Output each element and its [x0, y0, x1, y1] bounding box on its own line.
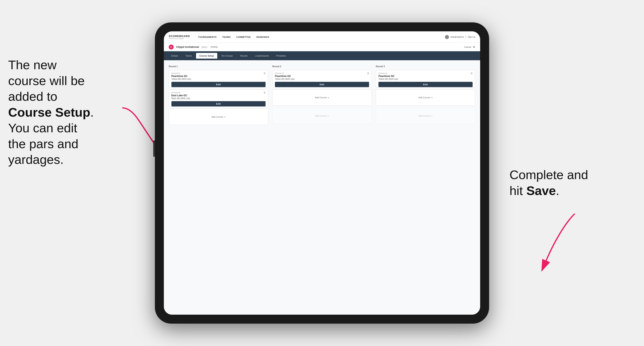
nav-tournaments[interactable]: TOURNAMENTS [198, 36, 217, 38]
round-2-add-course-label: Add Course [315, 96, 327, 99]
round-2-add-course-disabled: Add Course + [272, 108, 372, 124]
tournament-gender-tag: (Men) [202, 46, 208, 48]
round-1-course-b-edit-button[interactable]: Edit [172, 101, 266, 106]
round-1-course-a-delete-icon[interactable]: 🗑 [264, 72, 266, 75]
round-2-course-a-tag: (Course A) [275, 72, 369, 74]
tab-details[interactable]: Details [168, 53, 182, 59]
round-1-course-a-name: Peachtree GC [172, 75, 266, 78]
round-3-course-a-tee: Yellow (M) (6629 yds) [378, 78, 472, 80]
round-1-course-a-tee: Yellow (M) (6629 yds) [172, 78, 266, 80]
tab-course-setup[interactable]: Course Setup [196, 53, 217, 59]
round-3-course-a-delete-icon[interactable]: 🗑 [470, 72, 473, 75]
tab-teams[interactable]: Teams [182, 53, 195, 59]
round-3-add-course-button[interactable]: Add Course + [376, 89, 475, 106]
round-1-label: Round 1 [169, 65, 268, 68]
round-2-course-a-tee: Yellow (M) (6629 yds) [275, 78, 369, 80]
round-3-add-course-disabled: Add Course + [376, 108, 475, 124]
main-content: Round 1 🗑 (Course A) Peachtree GC Yellow… [164, 60, 480, 315]
round-2-label: Round 2 [272, 65, 372, 68]
round-1-course-b-tag: (Course B) [172, 92, 266, 94]
round-3-course-a-tag: (Course A) [378, 72, 472, 74]
round-3-column: Round 3 🗑 (Course A) Peachtree GC Yellow… [376, 65, 475, 127]
round-2-course-a-delete-icon[interactable]: 🗑 [367, 72, 370, 75]
tablet-device: SCOREBOARD Powered by clippd TOURNAMENTS… [155, 22, 489, 324]
round-1-course-b-card: 🗑 (Course B) East Lake GC Black (M) (689… [169, 89, 268, 107]
sub-header-right: Cancel ✕ [464, 45, 475, 49]
hosting-badge: Hosting [210, 46, 218, 48]
tournament-name: Clippd Invitational [176, 45, 199, 48]
sign-out-link[interactable]: Sign out [468, 36, 475, 38]
round-2-add-course-disabled-plus-icon: + [328, 114, 329, 117]
tab-leaderboards[interactable]: Leaderboards [252, 53, 272, 59]
scoreboard-logo: SCOREBOARD Powered by clippd [169, 35, 190, 39]
rounds-grid: Round 1 🗑 (Course A) Peachtree GC Yellow… [169, 65, 475, 127]
round-3-course-a-card: 🗑 (Course A) Peachtree GC Yellow (M) (66… [376, 70, 475, 87]
round-1-course-a-edit-button[interactable]: Edit [172, 82, 266, 87]
round-1-add-course-label: Add Course [211, 116, 223, 118]
top-navigation: SCOREBOARD Powered by clippd TOURNAMENTS… [164, 31, 480, 43]
user-email: blair@clippd.io [450, 36, 464, 38]
cancel-label[interactable]: Cancel [464, 46, 471, 48]
round-2-course-a-card: 🗑 (Course A) Peachtree GC Yellow (M) (66… [272, 70, 372, 87]
round-1-add-course-button[interactable]: Add Course + [169, 109, 268, 125]
top-nav-right: blair@clippd.io | Sign out [445, 35, 475, 39]
tab-printables[interactable]: Printables [273, 53, 290, 59]
round-1-course-b-delete-icon[interactable]: 🗑 [264, 91, 266, 94]
round-2-add-course-button[interactable]: Add Course + [272, 89, 372, 106]
round-2-column: Round 2 🗑 (Course A) Peachtree GC Yellow… [272, 65, 372, 127]
round-2-add-course-disabled-label: Add Course [315, 115, 327, 117]
tablet-screen: SCOREBOARD Powered by clippd TOURNAMENTS… [164, 31, 480, 315]
round-1-course-a-tag: (Course A) [172, 72, 266, 74]
nav-committee[interactable]: COMMITTEE [236, 36, 251, 38]
cancel-x-button[interactable]: ✕ [473, 45, 475, 49]
round-1-column: Round 1 🗑 (Course A) Peachtree GC Yellow… [169, 65, 268, 127]
nav-rankings[interactable]: RANKINGS [256, 36, 269, 38]
round-1-course-b-tee: Black (M) (6891 yds) [172, 97, 266, 100]
round-2-add-course-plus-icon: + [328, 96, 329, 99]
sub-header: C Clippd Invitational (Men) Hosting Canc… [164, 43, 480, 51]
tab-tee-groups[interactable]: Tee Groups [218, 53, 236, 59]
tab-results[interactable]: Results [237, 53, 251, 59]
round-3-add-course-plus-icon: + [431, 96, 433, 99]
round-1-course-a-card: 🗑 (Course A) Peachtree GC Yellow (M) (66… [169, 70, 268, 87]
logo-title: SCOREBOARD [169, 35, 190, 38]
nav-links: TOURNAMENTS TEAMS COMMITTEE RANKINGS [198, 36, 438, 38]
user-avatar [445, 35, 449, 39]
logo-subtitle: Powered by clippd [169, 38, 190, 39]
round-2-course-a-name: Peachtree GC [275, 75, 369, 78]
round-3-course-a-edit-button[interactable]: Edit [378, 82, 472, 87]
round-1-course-b-name: East Lake GC [172, 94, 266, 97]
round-3-course-a-name: Peachtree GC [378, 75, 472, 78]
round-3-add-course-label: Add Course [418, 96, 430, 99]
round-1-add-course-plus-icon: + [224, 115, 226, 119]
tablet-side-button [153, 141, 155, 157]
round-3-add-course-disabled-plus-icon: + [431, 114, 433, 117]
arrow-right-icon [522, 210, 583, 267]
separator: | [466, 36, 466, 38]
clippd-logo: C [169, 45, 174, 49]
round-2-course-a-edit-button[interactable]: Edit [275, 82, 369, 87]
tabs-bar: Details Teams Course Setup Tee Groups Re… [164, 51, 480, 60]
annotation-right: Complete and hit Save. [510, 167, 612, 198]
round-3-label: Round 3 [376, 65, 475, 68]
round-3-add-course-disabled-label: Add Course [418, 115, 430, 117]
nav-teams[interactable]: TEAMS [222, 36, 231, 38]
